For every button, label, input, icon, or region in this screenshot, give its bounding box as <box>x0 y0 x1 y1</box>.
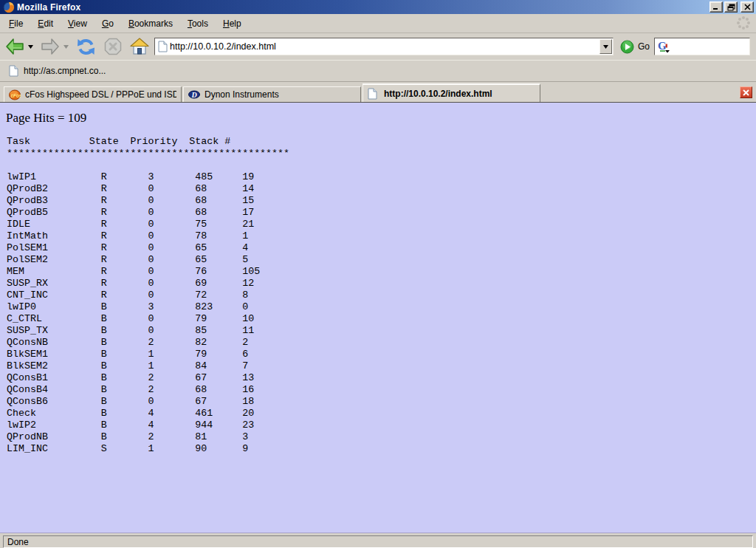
tab-label: Dynon Instruments <box>205 89 356 100</box>
svg-text:cFos: cFos <box>11 93 21 98</box>
bookmark-item[interactable]: http://as.cmpnet.co... <box>3 63 111 79</box>
url-dropdown-button[interactable] <box>599 39 612 54</box>
tab-bar: cFos cFos Highspeed DSL / PPPoE und ISDN… <box>0 82 756 103</box>
menu-bookmarks[interactable]: Bookmarks <box>121 16 180 32</box>
tab-label: http://10.0.10.2/index.html <box>384 89 535 99</box>
google-logo-icon[interactable]: G <box>657 40 670 53</box>
menu-file[interactable]: File <box>1 16 30 32</box>
menu-go[interactable]: Go <box>94 16 121 32</box>
stop-button[interactable] <box>102 35 124 58</box>
status-panel: Done <box>3 535 753 548</box>
reload-button[interactable] <box>75 35 97 58</box>
title-bar: Mozilla Firefox <box>0 0 756 14</box>
menu-help[interactable]: Help <box>216 16 249 32</box>
close-button[interactable] <box>740 1 754 13</box>
url-input[interactable] <box>168 40 599 53</box>
window-title: Mozilla Firefox <box>17 2 708 13</box>
throbber-icon <box>736 16 751 30</box>
tab-cfos[interactable]: cFos cFos Highspeed DSL / PPPoE und ISDN… <box>4 86 182 102</box>
tab-dynon[interactable]: D Dynon Instruments <box>183 86 361 102</box>
go-label: Go <box>638 41 650 52</box>
minimize-button[interactable] <box>709 1 723 13</box>
tab-active-index-html[interactable]: http://10.0.10.2/index.html <box>362 83 540 102</box>
window-controls <box>708 1 754 13</box>
menu-view[interactable]: View <box>61 16 94 32</box>
page-icon <box>9 65 18 77</box>
browser-window: Mozilla Firefox File Edit View Go Bookma… <box>0 0 756 548</box>
back-dropdown-button[interactable] <box>26 35 35 58</box>
bookmarks-toolbar: http://as.cmpnet.co... <box>0 60 756 82</box>
forward-button[interactable] <box>39 35 61 58</box>
navigation-toolbar: Go G <box>0 33 756 60</box>
close-tab-button[interactable] <box>740 86 752 98</box>
tab-label: cFos Highspeed DSL / PPPoE und ISDN CAP.… <box>25 89 176 100</box>
page-icon <box>368 88 379 100</box>
firefox-logo-icon <box>3 1 15 13</box>
home-button[interactable] <box>128 35 151 58</box>
menu-tools[interactable]: Tools <box>180 16 216 32</box>
status-text: Done <box>7 537 29 547</box>
menu-bar: File Edit View Go Bookmarks Tools Help <box>0 14 756 33</box>
svg-text:D: D <box>191 91 197 99</box>
back-button[interactable] <box>4 35 26 58</box>
go-icon <box>620 40 634 54</box>
url-bar <box>154 38 614 55</box>
restore-button[interactable] <box>724 1 738 13</box>
search-box: G <box>654 38 750 55</box>
dynon-icon: D <box>188 89 200 100</box>
status-bar: Done <box>0 532 756 548</box>
page-icon <box>158 41 168 52</box>
bookmark-label: http://as.cmpnet.co... <box>24 66 106 76</box>
search-input[interactable] <box>670 41 748 52</box>
forward-dropdown-button[interactable] <box>61 35 70 58</box>
page-hits-text: Page Hits = 109 <box>0 103 756 126</box>
cfos-icon: cFos <box>9 89 21 100</box>
task-table: Task State Priority Stack # ************… <box>0 136 756 455</box>
svg-text:G: G <box>658 40 667 52</box>
go-button[interactable]: Go <box>619 40 654 54</box>
page-content: Page Hits = 109 Task State Priority Stac… <box>0 103 756 532</box>
menu-edit[interactable]: Edit <box>30 16 61 32</box>
